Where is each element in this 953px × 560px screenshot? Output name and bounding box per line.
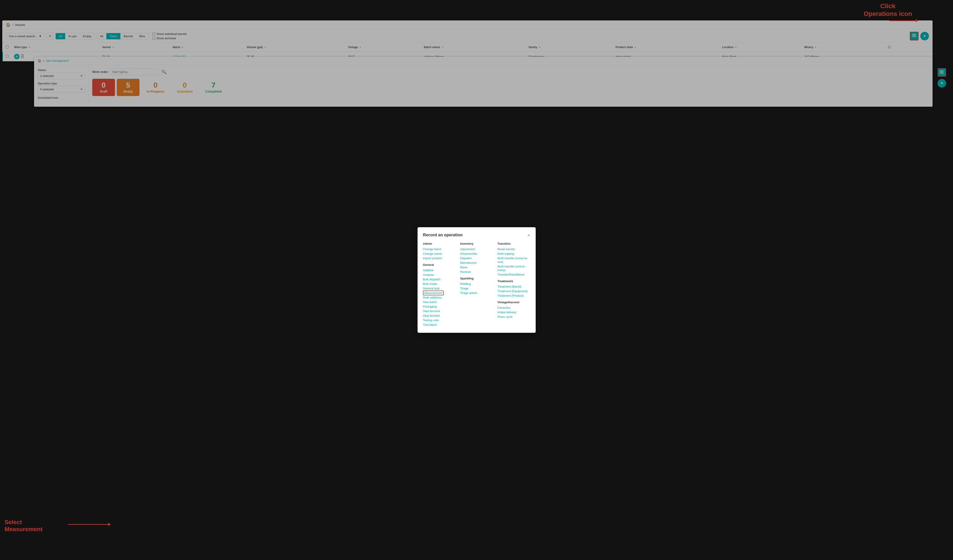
treatments-barrel[interactable]: Treatment (Barrel) [498,285,522,288]
annotation-arrow-bottom [68,524,109,525]
sparkling-tirage[interactable]: Tirage [460,287,469,290]
general-start-ferment[interactable]: Start ferment [423,309,440,313]
vintage-extraction[interactable]: Extraction [498,306,511,309]
section-admin-heading: Admin [423,242,456,245]
general-new-batch[interactable]: New batch [423,300,437,304]
transfers-rack-blend[interactable]: Transfer/Rack/Blend [498,273,524,276]
record-operation-modal: Record an operation × Admin Change batch… [418,227,535,333]
general-multi-additions[interactable]: Multi additions [423,296,442,299]
admin-change-owner[interactable]: Change owner [423,252,442,255]
inventory-adjustment[interactable]: Adjustment [460,248,475,251]
general-packaging[interactable]: Packaging [423,305,437,308]
general-tasting-note[interactable]: Tasting note [423,319,439,322]
sparkling-riddling[interactable]: Riddling [460,282,471,286]
general-measurement[interactable]: Measurement [423,291,444,295]
transfers-multi-many-to-one[interactable]: Multi transfer (many-to-one) [498,257,528,263]
section-admin-list: Change batch Change owner Import product [423,247,456,260]
section-transfers-heading: Transfers [498,242,530,245]
admin-import-product[interactable]: Import product [423,257,442,260]
section-general-heading: General [423,263,456,266]
general-general-task[interactable]: General task [423,287,440,290]
sparkling-tirage-admin[interactable]: Tirage admin [460,291,477,295]
modal-title: Record an operation [423,233,463,237]
admin-change-batch[interactable]: Change batch [423,248,441,251]
treatments-product[interactable]: Treatment (Product) [498,294,524,297]
inventory-dispatch[interactable]: Dispatch [460,257,472,260]
general-analysis[interactable]: Analysis [423,273,434,277]
section-vintage-heading: Vintage/harvest [498,300,530,304]
inventory-receive[interactable]: Receive [460,270,471,274]
annotation-select-measurement: SelectMeasurement [5,519,43,533]
transfers-break-barrels[interactable]: Break barrels [498,248,515,251]
inventory-move[interactable]: Move [460,266,467,269]
vintage-press-cycle[interactable]: Press cycle [498,315,512,319]
general-bulk-dispatch[interactable]: Bulk dispatch [423,278,441,281]
modal-section-inventory: Inventory Adjustment Disassemble Dispatc… [460,242,493,327]
section-treatments-heading: Treatments [498,279,530,283]
modal-overlay: Record an operation × Admin Change batch… [0,0,953,560]
vintage-intake-delivery[interactable]: Intake delivery [498,311,517,314]
transfers-multi-one-to-many[interactable]: Multi transfer (one-to-many) [498,265,526,272]
section-sparkling-list: Riddling Tirage Tirage admin [460,282,493,295]
modal-section-transfers: Transfers Break barrels Multi topping Mu… [498,242,530,327]
general-trial-blend[interactable]: Trial blend [423,323,437,326]
modal-body: Admin Change batch Change owner Import p… [423,242,530,327]
inventory-manufacture[interactable]: Manufacture [460,261,476,265]
general-stop-ferment[interactable]: Stop ferment [423,314,440,317]
annotation-arrow-top [889,20,917,21]
modal-section-admin: Admin Change batch Change owner Import p… [423,242,456,327]
section-inventory-heading: Inventory [460,242,493,245]
transfers-multi-topping[interactable]: Multi topping [498,252,514,255]
treatments-equipment[interactable]: Treatment (Equipment) [498,289,528,293]
general-additive[interactable]: Additive [423,269,433,272]
modal-header: Record an operation × [423,233,530,237]
section-inventory-list: Adjustment Disassemble Dispatch Manufact… [460,247,493,274]
annotation-click-ops: Click Operations icon [864,2,912,17]
section-treatments-list: Treatment (Barrel) Treatment (Equipment)… [498,285,530,297]
section-sparkling-heading: Sparkling [460,277,493,280]
inventory-disassemble[interactable]: Disassemble [460,252,477,255]
section-transfers-list: Break barrels Multi topping Multi transf… [498,247,530,276]
section-general-list: Additive Analysis Bulk dispatch Bulk int… [423,268,456,326]
modal-close-button[interactable]: × [528,233,530,237]
section-vintage-list: Extraction Intake delivery Press cycle [498,306,530,319]
general-bulk-intake[interactable]: Bulk intake [423,282,438,286]
